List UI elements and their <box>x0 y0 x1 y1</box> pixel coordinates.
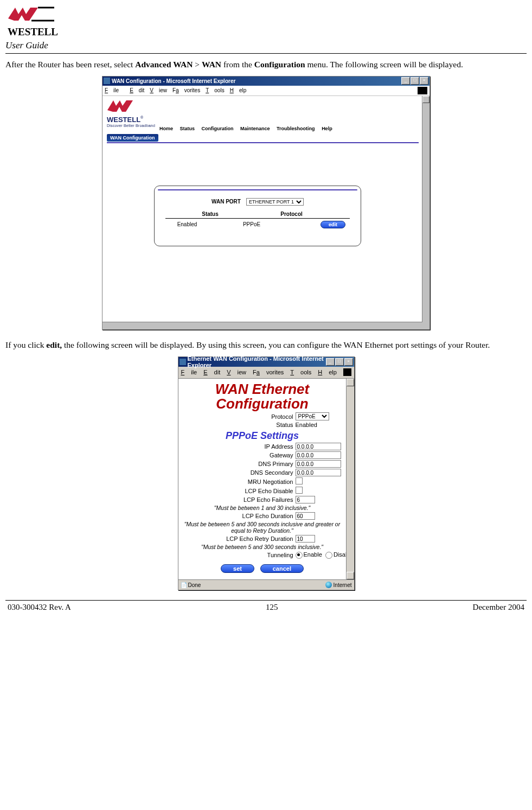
lcp-retry-duration-label: LCP Echo Retry Duration <box>181 535 293 542</box>
nav-help[interactable]: Help <box>322 126 332 131</box>
ip-address-label: IP Address <box>181 443 293 450</box>
title-bar: WAN Configuration - Microsoft Internet E… <box>102 76 430 86</box>
maximize-button[interactable]: □ <box>411 77 419 85</box>
menu-edit[interactable]: Edit <box>203 369 220 375</box>
nav-troubleshooting[interactable]: Troubleshooting <box>277 126 315 131</box>
set-button[interactable]: set <box>221 564 254 573</box>
menu-favorites[interactable]: Favorites <box>172 87 200 93</box>
status-value: Enabled <box>296 422 343 428</box>
col-status: Status <box>202 211 219 217</box>
nav-maintenance[interactable]: Maintenance <box>240 126 270 131</box>
menu-favorites[interactable]: Favorites <box>253 369 284 375</box>
lcp-echo-duration-input[interactable] <box>296 512 315 520</box>
footer-center: 125 <box>266 603 278 612</box>
footer-right: December 2004 <box>473 603 524 612</box>
footer-divider <box>5 600 527 601</box>
westell-page-logo: WESTELL <box>8 7 58 38</box>
nav-configuration[interactable]: Configuration <box>202 126 234 131</box>
wan-port-panel: WAN PORT ETHERNET PORT 1 Status Protocol… <box>154 186 361 246</box>
minimize-button[interactable]: _ <box>401 77 410 85</box>
lcp-retry-duration-input[interactable] <box>296 535 315 543</box>
protocol-select[interactable]: PPPoE <box>296 412 329 420</box>
lcp-echo-disable-checkbox[interactable] <box>296 487 303 494</box>
lcp-echo-failures-input[interactable] <box>296 496 315 503</box>
nav-status[interactable]: Status <box>180 126 195 131</box>
gateway-label: Gateway <box>181 452 293 458</box>
close-button[interactable]: × <box>344 358 353 366</box>
close-button[interactable]: × <box>420 77 428 85</box>
horizontal-scrollbar[interactable] <box>102 322 422 329</box>
vertical-scrollbar[interactable] <box>422 96 430 329</box>
lcp-echo-duration-label: LCP Echo Duration <box>181 513 293 519</box>
window-title: WAN Configuration - Microsoft Internet E… <box>112 78 401 84</box>
menu-tools[interactable]: Tools <box>290 369 311 375</box>
nav-home[interactable]: Home <box>159 126 173 131</box>
menu-help[interactable]: Help <box>230 87 247 93</box>
dns-primary-input[interactable] <box>296 460 341 468</box>
pppoe-settings-heading: PPPoE Settings <box>181 430 344 442</box>
vertical-scrollbar[interactable] <box>346 379 354 579</box>
col-protocol: Protocol <box>280 211 303 217</box>
menu-edit[interactable]: Edit <box>130 87 144 93</box>
ie-icon <box>180 359 186 365</box>
window-title: Ethernet WAN Configuration - Microsoft I… <box>188 355 325 368</box>
tunneling-label: Tunneling <box>181 552 293 558</box>
menu-view[interactable]: View <box>150 87 167 93</box>
windows-flag-icon <box>418 87 427 94</box>
protocol-value: PPPoE <box>222 221 281 227</box>
mru-negotiation-checkbox[interactable] <box>296 477 303 484</box>
lcp-echo-disable-label: LCP Echo Disable <box>181 488 293 494</box>
menu-view[interactable]: View <box>227 369 246 375</box>
status-label: Status <box>181 422 293 428</box>
status-done: Done <box>188 582 201 588</box>
menu-tools[interactable]: Tools <box>206 87 224 93</box>
menu-bar: File Edit View Favorites Tools Help <box>102 86 430 96</box>
header-divider <box>5 53 527 54</box>
divider <box>107 142 419 143</box>
wan-ethernet-config-window: Ethernet WAN Configuration - Microsoft I… <box>178 356 355 590</box>
menu-bar: File Edit View Favorites Tools Help <box>178 367 354 379</box>
lcp-retry-note: "Must be between 5 and 300 seconds inclu… <box>181 544 344 550</box>
menu-help[interactable]: Help <box>318 369 337 375</box>
lcp-echo-failures-label: LCP Echo Failures <box>181 496 293 503</box>
doc-title: User Guide <box>5 40 527 51</box>
windows-flag-icon <box>343 368 351 376</box>
protocol-label: Protocol <box>181 413 293 420</box>
ie-icon <box>104 78 110 84</box>
internet-zone-icon <box>325 582 332 588</box>
title-bar: Ethernet WAN Configuration - Microsoft I… <box>178 357 354 367</box>
tunneling-disable-radio[interactable] <box>325 552 332 559</box>
status-value: Enabled <box>165 221 209 227</box>
tunneling-enable-radio[interactable] <box>296 552 303 559</box>
intro-paragraph-1: After the Router has been reset, select … <box>5 59 527 71</box>
lcp-failures-note: "Must be between 1 and 30 inclusive." <box>181 505 344 511</box>
wan-configuration-chip[interactable]: WAN Configuration <box>107 134 158 142</box>
wan-ethernet-heading: WAN EthernetConfiguration <box>181 382 344 412</box>
dns-secondary-input[interactable] <box>296 469 341 476</box>
nav-links: Home Status Configuration Maintenance Tr… <box>159 126 338 131</box>
minimize-button[interactable]: _ <box>326 358 335 366</box>
page-footer: 030-300432 Rev. A 125 December 2004 <box>5 603 527 615</box>
edit-button[interactable]: edit <box>321 221 345 228</box>
brand-name: WESTELL <box>8 26 58 38</box>
wan-config-window: WAN Configuration - Microsoft Internet E… <box>102 76 430 330</box>
mru-negotiation-label: MRU Negotiation <box>181 479 293 485</box>
dns-primary-label: DNS Primary <box>181 461 293 467</box>
wan-port-select[interactable]: ETHERNET PORT 1 <box>246 198 304 206</box>
intro-paragraph-2: If you click edit, the following screen … <box>5 340 527 351</box>
menu-file[interactable]: File <box>181 369 197 375</box>
footer-left: 030-300432 Rev. A <box>8 603 71 612</box>
cancel-button[interactable]: cancel <box>260 564 304 573</box>
dns-secondary-label: DNS Secondary <box>181 469 293 476</box>
wan-port-label: WAN PORT <box>211 199 241 205</box>
ip-address-input[interactable] <box>296 443 341 450</box>
westell-content-logo: WESTELL® Discover Better Broadband <box>107 99 155 127</box>
lcp-duration-note: "Must be between 5 and 300 seconds inclu… <box>181 521 344 534</box>
maximize-button[interactable]: □ <box>335 358 344 366</box>
status-zone: Internet <box>334 582 352 588</box>
menu-file[interactable]: File <box>105 87 124 93</box>
status-bar: 📄 Done Internet <box>178 579 354 590</box>
gateway-input[interactable] <box>296 451 341 459</box>
